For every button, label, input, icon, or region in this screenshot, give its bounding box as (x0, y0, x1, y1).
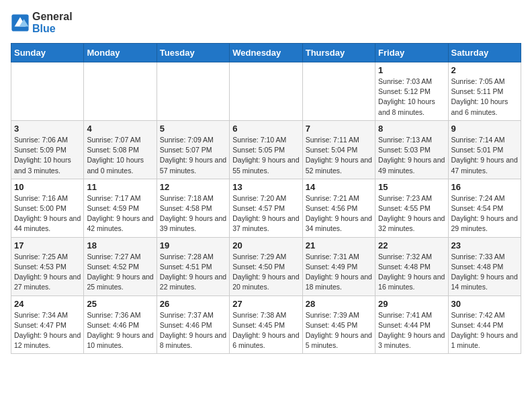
day-number: 12 (160, 182, 226, 192)
day-info: Sunrise: 7:36 AM Sunset: 4:46 PM Dayligh… (87, 310, 153, 351)
day-number: 17 (14, 240, 81, 250)
day-info: Sunrise: 7:33 AM Sunset: 4:48 PM Dayligh… (451, 252, 518, 293)
calendar-cell: 17Sunrise: 7:25 AM Sunset: 4:53 PM Dayli… (11, 237, 84, 295)
day-number: 5 (160, 124, 226, 134)
calendar-cell: 29Sunrise: 7:41 AM Sunset: 4:44 PM Dayli… (375, 295, 448, 354)
weekday-header: Monday (84, 44, 157, 62)
calendar-cell: 21Sunrise: 7:31 AM Sunset: 4:49 PM Dayli… (302, 237, 375, 295)
weekday-header: Thursday (302, 44, 375, 62)
day-info: Sunrise: 7:38 AM Sunset: 4:45 PM Dayligh… (232, 310, 299, 351)
day-number: 3 (14, 124, 81, 134)
calendar-cell: 26Sunrise: 7:37 AM Sunset: 4:46 PM Dayli… (157, 295, 229, 354)
logo: General Blue (11, 11, 73, 35)
day-info: Sunrise: 7:32 AM Sunset: 4:48 PM Dayligh… (378, 252, 445, 293)
day-number: 23 (451, 240, 518, 250)
day-number: 27 (232, 299, 299, 309)
calendar-cell: 3Sunrise: 7:06 AM Sunset: 5:09 PM Daylig… (11, 120, 84, 179)
weekday-header: Tuesday (157, 44, 229, 62)
calendar-week-row: 24Sunrise: 7:34 AM Sunset: 4:47 PM Dayli… (11, 295, 521, 354)
day-number: 1 (378, 65, 445, 75)
calendar-cell: 25Sunrise: 7:36 AM Sunset: 4:46 PM Dayli… (84, 295, 157, 354)
weekday-header: Saturday (448, 44, 521, 62)
calendar-cell: 27Sunrise: 7:38 AM Sunset: 4:45 PM Dayli… (230, 295, 302, 354)
day-number: 10 (14, 182, 81, 192)
day-info: Sunrise: 7:10 AM Sunset: 5:05 PM Dayligh… (232, 135, 299, 176)
weekday-header: Sunday (11, 44, 84, 62)
calendar-cell: 23Sunrise: 7:33 AM Sunset: 4:48 PM Dayli… (448, 237, 521, 295)
calendar-cell: 7Sunrise: 7:11 AM Sunset: 5:04 PM Daylig… (302, 120, 375, 179)
weekday-header-row: SundayMondayTuesdayWednesdayThursdayFrid… (11, 44, 521, 62)
day-number: 26 (160, 299, 226, 309)
calendar-cell: 4Sunrise: 7:07 AM Sunset: 5:08 PM Daylig… (84, 120, 157, 179)
day-number: 14 (306, 182, 372, 192)
day-info: Sunrise: 7:28 AM Sunset: 4:51 PM Dayligh… (160, 252, 226, 293)
day-number: 21 (306, 240, 372, 250)
calendar-cell: 2Sunrise: 7:05 AM Sunset: 5:11 PM Daylig… (448, 62, 521, 121)
day-info: Sunrise: 7:20 AM Sunset: 4:57 PM Dayligh… (232, 193, 299, 234)
day-info: Sunrise: 7:06 AM Sunset: 5:09 PM Dayligh… (14, 135, 81, 176)
calendar-cell: 6Sunrise: 7:10 AM Sunset: 5:05 PM Daylig… (230, 120, 302, 179)
day-info: Sunrise: 7:16 AM Sunset: 5:00 PM Dayligh… (14, 193, 81, 234)
day-info: Sunrise: 7:42 AM Sunset: 4:44 PM Dayligh… (451, 310, 518, 351)
day-number: 20 (232, 240, 299, 250)
day-number: 4 (87, 124, 153, 134)
day-info: Sunrise: 7:25 AM Sunset: 4:53 PM Dayligh… (14, 252, 81, 293)
day-info: Sunrise: 7:27 AM Sunset: 4:52 PM Dayligh… (87, 252, 153, 293)
calendar-cell: 1Sunrise: 7:03 AM Sunset: 5:12 PM Daylig… (375, 62, 448, 121)
calendar-cell: 9Sunrise: 7:14 AM Sunset: 5:01 PM Daylig… (448, 120, 521, 179)
day-info: Sunrise: 7:21 AM Sunset: 4:56 PM Dayligh… (306, 193, 372, 234)
day-info: Sunrise: 7:09 AM Sunset: 5:07 PM Dayligh… (160, 135, 226, 176)
page-header: General Blue (11, 11, 521, 35)
calendar-cell (157, 62, 229, 121)
day-number: 28 (306, 299, 372, 309)
calendar-cell (302, 62, 375, 121)
day-number: 7 (306, 124, 372, 134)
day-number: 18 (87, 240, 153, 250)
day-number: 19 (160, 240, 226, 250)
logo-icon (11, 13, 30, 32)
day-info: Sunrise: 7:07 AM Sunset: 5:08 PM Dayligh… (87, 135, 153, 176)
calendar-cell: 5Sunrise: 7:09 AM Sunset: 5:07 PM Daylig… (157, 120, 229, 179)
logo-text: General Blue (32, 11, 73, 35)
day-info: Sunrise: 7:05 AM Sunset: 5:11 PM Dayligh… (451, 77, 518, 118)
day-info: Sunrise: 7:11 AM Sunset: 5:04 PM Dayligh… (306, 135, 372, 176)
calendar-week-row: 17Sunrise: 7:25 AM Sunset: 4:53 PM Dayli… (11, 237, 521, 295)
calendar-cell: 16Sunrise: 7:24 AM Sunset: 4:54 PM Dayli… (448, 179, 521, 237)
calendar-week-row: 1Sunrise: 7:03 AM Sunset: 5:12 PM Daylig… (11, 62, 521, 121)
day-info: Sunrise: 7:14 AM Sunset: 5:01 PM Dayligh… (451, 135, 518, 176)
weekday-header: Friday (375, 44, 448, 62)
day-number: 24 (14, 299, 81, 309)
day-number: 29 (378, 299, 445, 309)
day-info: Sunrise: 7:41 AM Sunset: 4:44 PM Dayligh… (378, 310, 445, 351)
calendar-cell: 8Sunrise: 7:13 AM Sunset: 5:03 PM Daylig… (375, 120, 448, 179)
calendar-cell: 28Sunrise: 7:39 AM Sunset: 4:45 PM Dayli… (302, 295, 375, 354)
day-info: Sunrise: 7:31 AM Sunset: 4:49 PM Dayligh… (306, 252, 372, 293)
day-info: Sunrise: 7:24 AM Sunset: 4:54 PM Dayligh… (451, 193, 518, 234)
calendar-cell (11, 62, 84, 121)
calendar-cell: 22Sunrise: 7:32 AM Sunset: 4:48 PM Dayli… (375, 237, 448, 295)
calendar-cell: 10Sunrise: 7:16 AM Sunset: 5:00 PM Dayli… (11, 179, 84, 237)
weekday-header: Wednesday (230, 44, 302, 62)
day-info: Sunrise: 7:03 AM Sunset: 5:12 PM Dayligh… (378, 77, 445, 118)
day-number: 16 (451, 182, 518, 192)
day-info: Sunrise: 7:17 AM Sunset: 4:59 PM Dayligh… (87, 193, 153, 234)
day-info: Sunrise: 7:37 AM Sunset: 4:46 PM Dayligh… (160, 310, 226, 351)
day-number: 6 (232, 124, 299, 134)
calendar-cell: 19Sunrise: 7:28 AM Sunset: 4:51 PM Dayli… (157, 237, 229, 295)
day-info: Sunrise: 7:13 AM Sunset: 5:03 PM Dayligh… (378, 135, 445, 176)
calendar-cell: 18Sunrise: 7:27 AM Sunset: 4:52 PM Dayli… (84, 237, 157, 295)
day-number: 15 (378, 182, 445, 192)
day-number: 22 (378, 240, 445, 250)
calendar-cell: 15Sunrise: 7:23 AM Sunset: 4:55 PM Dayli… (375, 179, 448, 237)
calendar-cell: 14Sunrise: 7:21 AM Sunset: 4:56 PM Dayli… (302, 179, 375, 237)
calendar-cell: 24Sunrise: 7:34 AM Sunset: 4:47 PM Dayli… (11, 295, 84, 354)
day-number: 2 (451, 65, 518, 75)
calendar-cell: 13Sunrise: 7:20 AM Sunset: 4:57 PM Dayli… (230, 179, 302, 237)
calendar-cell: 30Sunrise: 7:42 AM Sunset: 4:44 PM Dayli… (448, 295, 521, 354)
calendar-cell (84, 62, 157, 121)
day-info: Sunrise: 7:34 AM Sunset: 4:47 PM Dayligh… (14, 310, 81, 351)
day-info: Sunrise: 7:29 AM Sunset: 4:50 PM Dayligh… (232, 252, 299, 293)
calendar-week-row: 10Sunrise: 7:16 AM Sunset: 5:00 PM Dayli… (11, 179, 521, 237)
day-info: Sunrise: 7:39 AM Sunset: 4:45 PM Dayligh… (306, 310, 372, 351)
calendar-cell: 11Sunrise: 7:17 AM Sunset: 4:59 PM Dayli… (84, 179, 157, 237)
